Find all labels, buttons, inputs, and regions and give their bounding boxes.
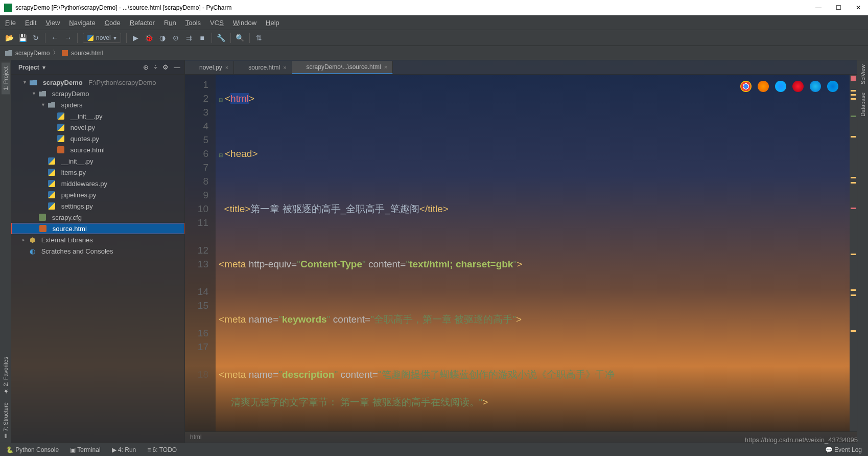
tree-file-init[interactable]: __init__.py	[11, 110, 184, 122]
tree-external-libs[interactable]: ▸⬢ External Libraries	[11, 234, 184, 245]
stop-icon[interactable]: ■	[198, 34, 206, 42]
menu-navigate[interactable]: Navigate	[69, 19, 95, 27]
firefox-icon[interactable]	[758, 81, 769, 92]
tool-run[interactable]: ▶ 4: Run	[112, 446, 136, 453]
run-config-name: novel	[96, 34, 111, 41]
settings-icon[interactable]: 🔧	[217, 34, 225, 42]
refresh-icon[interactable]: ↻	[32, 34, 40, 42]
dropdown-icon: ▾	[113, 34, 116, 41]
tree-file-novel[interactable]: novel.py	[11, 122, 184, 133]
tool-tab-structure[interactable]: ⩸ 7: Structure	[2, 398, 10, 443]
editor-tabs: novel.py× source.html× scrapyDemo\...\so…	[185, 60, 857, 75]
chrome-icon[interactable]	[740, 81, 752, 92]
tab-source[interactable]: source.html×	[234, 61, 292, 74]
left-tool-tabs: 1: Project ★ 2: Favorites ⩸ 7: Structure	[0, 60, 11, 443]
menu-vcs[interactable]: VCS	[210, 19, 224, 27]
debug-icon[interactable]: 🐞	[145, 34, 153, 42]
tree-spiders[interactable]: ▼ spiders	[11, 99, 184, 110]
folder-icon	[5, 50, 12, 56]
window-titlebar: scrapyDemo [F:\Python\scrapyDemo] - ...\…	[0, 0, 868, 15]
collapse-icon[interactable]: ÷	[154, 63, 157, 71]
run-config-selector[interactable]: novel ▾	[83, 33, 121, 43]
close-icon[interactable]: ×	[283, 64, 286, 71]
menu-edit[interactable]: Edit	[25, 19, 36, 27]
tree-file-pipelines[interactable]: pipelines.py	[11, 189, 184, 200]
opera-icon[interactable]	[792, 81, 804, 92]
editor-area: novel.py× source.html× scrapyDemo\...\so…	[185, 60, 857, 443]
tree-scratches[interactable]: ◐ Scratches and Consoles	[11, 245, 184, 257]
tree-pkg[interactable]: ▼ scrapyDemo	[11, 88, 184, 99]
nav-root[interactable]: scrapyDemo	[15, 50, 50, 57]
tab-source-path[interactable]: scrapyDemo\...\source.html×	[292, 61, 393, 74]
forward-icon[interactable]: →	[64, 34, 72, 42]
close-icon[interactable]: ×	[384, 64, 387, 70]
tree-file-quotes[interactable]: quotes.py	[11, 133, 184, 144]
close-button[interactable]: ✕	[856, 4, 861, 11]
bottom-tool-bar: 🐍 Python Console ▣ Terminal ▶ 4: Run ≡ 6…	[0, 443, 868, 456]
profile-icon[interactable]: ⊙	[172, 34, 180, 42]
ie-icon[interactable]	[810, 81, 821, 92]
html-icon	[62, 50, 68, 56]
error-stripe[interactable]	[850, 75, 857, 431]
code-editor[interactable]: 123456789101112131415161718 ⊟<html> ⊟<he…	[185, 75, 857, 431]
close-icon[interactable]: ×	[225, 64, 228, 71]
menu-view[interactable]: View	[45, 19, 60, 27]
edge-icon[interactable]	[827, 81, 838, 92]
nav-file[interactable]: source.html	[71, 50, 103, 57]
tree-file-source1[interactable]: source.html	[11, 144, 184, 155]
project-tool-window: Project ▾ ⊕ ÷ ⚙ — ▼ scrapyDemo F:\Python…	[11, 60, 185, 443]
safari-icon[interactable]	[775, 81, 786, 92]
gear-icon[interactable]: ⚙	[162, 63, 169, 71]
menu-window[interactable]: Window	[233, 19, 256, 27]
project-header: Project ▾ ⊕ ÷ ⚙ —	[11, 60, 184, 75]
menu-help[interactable]: Help	[266, 19, 279, 27]
sync-icon[interactable]: ⇅	[255, 34, 263, 42]
browser-preview-icons	[740, 81, 838, 92]
python-icon	[87, 35, 93, 41]
menu-bar: File Edit View Navigate Code Refactor Ru…	[0, 15, 868, 30]
hide-icon[interactable]: —	[174, 63, 180, 71]
tab-novel[interactable]: novel.py×	[185, 61, 234, 74]
tree-file-source2[interactable]: source.html	[11, 223, 184, 234]
coverage-icon[interactable]: ◑	[158, 34, 167, 42]
event-log[interactable]: 💬 Event Log	[825, 446, 862, 453]
tree-file-items[interactable]: items.py	[11, 167, 184, 178]
navigation-bar: scrapyDemo 〉 source.html	[0, 46, 868, 60]
tool-python-console[interactable]: 🐍 Python Console	[6, 446, 59, 453]
tree-file-settings[interactable]: settings.py	[11, 200, 184, 212]
run-icon[interactable]: ▶	[132, 34, 140, 42]
tool-tab-favorites[interactable]: ★ 2: Favorites	[1, 353, 10, 399]
tool-tab-project[interactable]: 1: Project	[2, 62, 10, 94]
tool-tab-database[interactable]: Database	[859, 88, 867, 121]
open-icon[interactable]: 📂	[5, 34, 13, 42]
tool-todo[interactable]: ≡ 6: TODO	[147, 446, 177, 453]
main-toolbar: 📂 💾 ↻ ← → novel ▾ ▶ 🐞 ◑ ⊙ ⇉ ■ 🔧 🔍 ⇅	[0, 30, 868, 46]
tool-tab-sciview[interactable]: SciView	[859, 60, 867, 88]
menu-refactor[interactable]: Refactor	[130, 19, 155, 27]
concurrency-icon[interactable]: ⇉	[185, 34, 193, 42]
tree-file-cfg[interactable]: scrapy.cfg	[11, 212, 184, 223]
code-content[interactable]: ⊟<html> ⊟<head> <title>第一章 被驱逐的高手_全职高手_笔…	[216, 75, 850, 431]
project-tree[interactable]: ▼ scrapyDemo F:\Python\scrapyDemo ▼ scra…	[11, 75, 184, 443]
window-controls: — ☐ ✕	[815, 4, 864, 11]
window-title: scrapyDemo [F:\Python\scrapyDemo] - ...\…	[15, 4, 231, 11]
line-gutter: 123456789101112131415161718	[185, 75, 216, 431]
maximize-button[interactable]: ☐	[836, 4, 841, 11]
tool-terminal[interactable]: ▣ Terminal	[70, 446, 100, 453]
locate-icon[interactable]: ⊕	[143, 63, 149, 71]
menu-run[interactable]: Run	[164, 19, 176, 27]
back-icon[interactable]: ←	[51, 34, 59, 42]
dropdown-icon[interactable]: ▾	[42, 64, 45, 71]
menu-tools[interactable]: Tools	[185, 19, 201, 27]
save-icon[interactable]: 💾	[18, 34, 27, 42]
nav-separator: 〉	[53, 49, 59, 57]
minimize-button[interactable]: —	[815, 4, 822, 11]
tree-file-middlewares[interactable]: middlewares.py	[11, 178, 184, 189]
project-title: Project	[18, 64, 39, 71]
search-icon[interactable]: 🔍	[236, 34, 244, 42]
app-icon	[4, 4, 12, 12]
menu-code[interactable]: Code	[105, 19, 121, 27]
menu-file[interactable]: File	[5, 19, 16, 27]
tree-root[interactable]: ▼ scrapyDemo F:\Python\scrapyDemo	[11, 77, 184, 88]
tree-file-init2[interactable]: __init__.py	[11, 155, 184, 167]
